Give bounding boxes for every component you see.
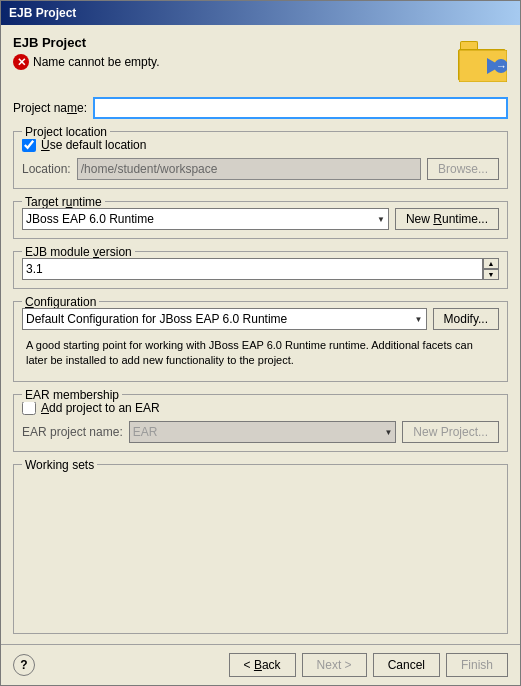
modify-button[interactable]: Modify...	[433, 308, 499, 330]
use-default-location-checkbox[interactable]	[22, 138, 36, 152]
ear-project-select[interactable]: EAR	[129, 421, 397, 443]
use-default-location-row: Use default location	[22, 138, 499, 152]
use-default-location-text[interactable]: Use default location	[41, 138, 146, 152]
configuration-row: Default Configuration for JBoss EAP 6.0 …	[22, 308, 499, 330]
error-line: ✕ Name cannot be empty.	[13, 54, 160, 70]
cancel-button[interactable]: Cancel	[373, 653, 440, 677]
page-title-area: EJB Project ✕ Name cannot be empty.	[13, 35, 508, 87]
add-to-ear-row: Add project to an EAR	[22, 401, 499, 415]
page-title-left: EJB Project ✕ Name cannot be empty.	[13, 35, 160, 70]
project-location-group: Project location Use default location Lo…	[13, 131, 508, 189]
ejb-module-version-row: 3.1 3.0 2.1 2.0 1.1 ▲ ▼	[22, 258, 499, 280]
page-main-title: EJB Project	[13, 35, 160, 50]
new-project-button[interactable]: New Project...	[402, 421, 499, 443]
location-input[interactable]	[77, 158, 421, 180]
svg-text:→: →	[496, 60, 507, 72]
working-sets-label: Working sets	[22, 458, 97, 472]
configuration-label: Configuration	[22, 295, 99, 309]
target-runtime-dropdown-wrapper: JBoss EAP 6.0 Runtime	[22, 208, 389, 230]
ear-membership-group: EAR membership Add project to an EAR EAR…	[13, 394, 508, 452]
ear-membership-label: EAR membership	[22, 388, 122, 402]
configuration-group: Configuration Default Configuration for …	[13, 301, 508, 382]
location-row: Location: Browse...	[22, 158, 499, 180]
add-to-ear-text[interactable]: Add project to an EAR	[41, 401, 160, 415]
error-message: Name cannot be empty.	[33, 55, 160, 69]
configuration-select[interactable]: Default Configuration for JBoss EAP 6.0 …	[22, 308, 427, 330]
project-name-input[interactable]	[93, 97, 508, 119]
browse-button[interactable]: Browse...	[427, 158, 499, 180]
ear-project-name-label: EAR project name:	[22, 425, 123, 439]
ejb-module-version-group: EJB module version 3.1 3.0 2.1 2.0 1.1 ▲…	[13, 251, 508, 289]
target-runtime-label: Target runtime	[22, 195, 105, 209]
footer-left: ?	[13, 654, 35, 676]
target-runtime-group: Target runtime JBoss EAP 6.0 Runtime New…	[13, 201, 508, 239]
ejb-version-spinner-down[interactable]: ▼	[483, 269, 499, 280]
ejb-version-spinner-buttons: ▲ ▼	[483, 258, 499, 280]
working-sets-group: Working sets	[13, 464, 508, 634]
project-name-row: Project name:	[13, 97, 508, 119]
next-button[interactable]: Next >	[302, 653, 367, 677]
ear-project-dropdown-wrapper: EAR	[129, 421, 397, 443]
ejb-version-spinner-up[interactable]: ▲	[483, 258, 499, 269]
dialog-footer: ? < Back Next > Cancel Finish	[1, 644, 520, 685]
back-button[interactable]: < Back	[229, 653, 296, 677]
configuration-dropdown-wrapper: Default Configuration for JBoss EAP 6.0 …	[22, 308, 427, 330]
dialog-header: EJB Project	[1, 1, 520, 25]
add-to-ear-checkbox[interactable]	[22, 401, 36, 415]
ejb-version-select[interactable]: 3.1 3.0 2.1 2.0 1.1	[22, 258, 483, 280]
page-icon: →	[456, 35, 508, 87]
project-name-label: Project name:	[13, 101, 87, 115]
location-label: Location:	[22, 162, 71, 176]
dialog-title: EJB Project	[9, 6, 76, 20]
folder-body: →	[458, 49, 506, 81]
dialog-body: EJB Project ✕ Name cannot be empty.	[1, 25, 520, 644]
target-runtime-row: JBoss EAP 6.0 Runtime New Runtime...	[22, 208, 499, 230]
error-icon: ✕	[13, 54, 29, 70]
footer-buttons: < Back Next > Cancel Finish	[229, 653, 508, 677]
ejb-project-dialog: EJB Project EJB Project ✕ Name cannot be…	[0, 0, 521, 686]
new-runtime-button[interactable]: New Runtime...	[395, 208, 499, 230]
target-runtime-select[interactable]: JBoss EAP 6.0 Runtime	[22, 208, 389, 230]
folder-icon: →	[458, 41, 506, 81]
folder-svg: →	[459, 50, 507, 82]
project-location-label: Project location	[22, 125, 110, 139]
ejb-module-version-label: EJB module version	[22, 245, 135, 259]
finish-button[interactable]: Finish	[446, 653, 508, 677]
ear-project-name-row: EAR project name: EAR New Project...	[22, 421, 499, 443]
ejb-version-spinner-wrapper: 3.1 3.0 2.1 2.0 1.1 ▲ ▼	[22, 258, 499, 280]
configuration-description: A good starting point for working with J…	[22, 334, 499, 373]
help-button[interactable]: ?	[13, 654, 35, 676]
